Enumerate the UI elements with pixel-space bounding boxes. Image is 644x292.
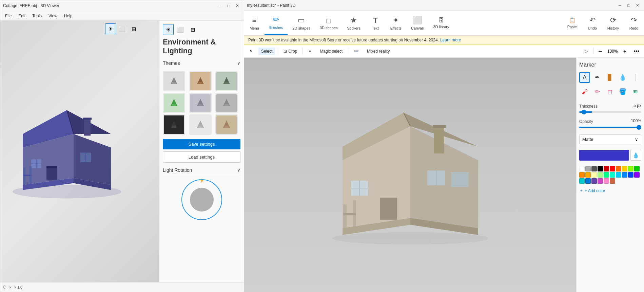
brush-item-highlighter[interactable]: ✏ [592,86,603,97]
brush-item-smear[interactable]: ≋ [630,86,641,97]
add-color-button[interactable]: ＋ + Add color [579,186,641,195]
swatch-white[interactable] [579,166,585,171]
tab-3dlibrary[interactable]: 🗄 3D library [428,11,454,35]
shape-outline-button[interactable]: ▷ [582,48,590,55]
matte-dropdown[interactable]: Matte ∨ [579,134,641,144]
viewer-menu-tools[interactable]: Tools [29,12,45,20]
swatch-purple[interactable] [634,172,640,178]
theme-item-2[interactable] [189,71,212,91]
env-flat-view-button[interactable]: ⬜ [175,24,186,35]
brush-item-oil[interactable]: 🖌 [579,86,590,97]
swatch-black[interactable] [598,166,603,171]
viewer-maximize-button[interactable]: □ [225,2,232,10]
swatch-blue[interactable] [622,172,627,178]
brush-item-spray[interactable]: │ [630,72,641,83]
brush-item-watercolor[interactable]: 💧 [617,72,628,83]
swatch-win-blue[interactable] [585,178,591,184]
crop-button[interactable]: ⊡ Crop [281,48,300,55]
view-wireframe-button[interactable]: ⬜ [117,23,128,34]
eyedropper-button[interactable]: 💧 [630,150,641,161]
theme-item-6[interactable] [215,93,238,113]
viewer-menu-edit[interactable]: Edit [15,12,29,20]
tab-undo[interactable]: ↶ Undo [582,11,603,35]
swatch-dred[interactable] [604,166,609,171]
tab-2dshapes[interactable]: ▭ 2D shapes [288,11,315,35]
tab-3dshapes[interactable]: ◻ 3D shapes [315,11,343,35]
viewer-minimize-button[interactable]: ─ [216,2,223,10]
light-rotation-header[interactable]: Light Rotation ∨ [163,165,240,175]
brush-item-marker[interactable]: A [579,72,590,83]
cursor-icon-button[interactable]: ↖ [247,48,256,55]
paint3d-canvas[interactable] [244,58,576,292]
env-grid-view-button[interactable]: ⊞ [187,24,198,35]
swatch-orange2[interactable] [579,172,585,178]
mixed-reality-icon[interactable]: 👓 [351,48,362,55]
theme-item-4[interactable] [163,93,185,113]
swatch-gold[interactable] [585,172,591,178]
viewer-menu-file[interactable]: File [2,12,15,20]
paint3d-minimize-button[interactable]: ─ [616,2,624,9]
swatch-green[interactable] [634,166,640,171]
swatch-red[interactable] [610,166,615,171]
active-color-preview[interactable] [579,150,629,161]
brush-item-fill[interactable]: 🪣 [617,86,628,97]
zoom-out-button[interactable]: ─ [596,47,604,55]
theme-item-9[interactable] [215,114,238,135]
tab-text[interactable]: T Text [365,11,386,35]
swatch-ylw2[interactable] [591,172,597,178]
save-settings-button[interactable]: Save settings [163,139,240,149]
load-settings-button[interactable]: Load settings [163,151,240,163]
magic-select-button[interactable]: Magic select [317,48,345,55]
swatch-violet[interactable] [598,178,603,184]
swatch-indigo[interactable] [591,178,597,184]
swatch-lgray[interactable] [585,166,591,171]
theme-item-7[interactable] [163,114,185,135]
brush-item-pencil[interactable]: ▊ [605,72,616,83]
paint3d-close-button[interactable]: ✕ [634,2,641,9]
light-rotation-dial[interactable]: ☀ [181,179,222,220]
theme-item-1[interactable] [163,71,185,91]
theme-item-5[interactable] [189,93,212,113]
tab-brushes[interactable]: ✏ Brushes [265,11,288,35]
view-solid-button[interactable]: ☀ [105,23,116,34]
swatch-lgrn2[interactable] [598,172,603,178]
magic-select-icon[interactable]: ✦ [306,48,314,55]
swatch-orange[interactable] [616,166,621,171]
swatch-yellow[interactable] [622,166,627,171]
themes-section-header[interactable]: Themes ∨ [163,58,240,68]
more-options-button[interactable]: ••• [631,48,641,55]
notification-link[interactable]: Learn more [440,38,461,42]
viewer-menu-view[interactable]: View [45,12,61,20]
swatch-lgreen[interactable] [628,166,633,171]
swatch-brown[interactable] [610,178,615,184]
viewer-canvas[interactable] [0,21,159,282]
view-grid-button[interactable]: ⊞ [128,23,139,34]
tab-paste[interactable]: 📋 Paste [562,11,582,35]
swatch-teal[interactable] [579,178,585,184]
swatch-cyan2[interactable] [610,172,615,178]
tab-history[interactable]: ⟳ History [603,11,624,35]
opacity-slider[interactable] [579,127,641,128]
viewer-close-button[interactable]: ✕ [234,2,241,10]
zoom-in-button[interactable]: + [621,47,629,55]
tab-menu[interactable]: ≡ Menu [244,11,265,35]
mixed-reality-button[interactable]: Mixed reality [364,48,392,55]
swatch-dblue[interactable] [628,172,633,178]
brush-item-eraser[interactable]: ◻ [605,86,616,97]
swatch-pink[interactable] [604,178,609,184]
paint3d-maximize-button[interactable]: □ [625,2,632,9]
theme-item-3[interactable] [215,71,238,91]
tab-canvas[interactable]: ⬜ Canvas [406,11,428,35]
swatch-dgray[interactable] [591,166,597,171]
brush-item-pen[interactable]: ✒ [592,72,603,83]
tab-effects[interactable]: ✦ Effects [386,11,406,35]
env-sun-view-button[interactable]: ☀ [163,24,174,35]
select-button[interactable]: Select [258,48,275,55]
viewer-menu-help[interactable]: Help [61,12,76,20]
swatch-mint[interactable] [604,172,609,178]
tab-stickers[interactable]: ★ Stickers [343,11,365,35]
tab-redo[interactable]: ↷ Redo [624,11,644,35]
thickness-slider[interactable] [579,111,641,113]
swatch-sky[interactable] [616,172,621,178]
theme-item-8[interactable] [189,114,212,135]
